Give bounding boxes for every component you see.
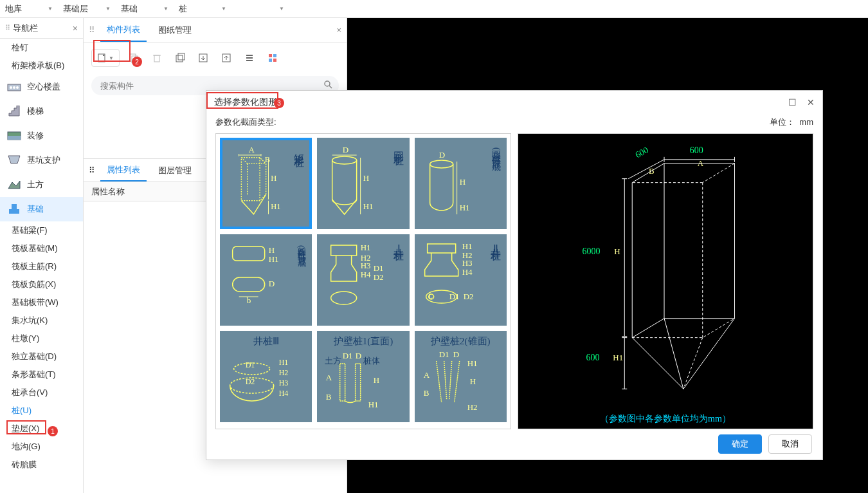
grid-button[interactable] xyxy=(264,49,282,67)
breadcrumb-item-2[interactable]: 基础▼ xyxy=(116,3,174,15)
shape-grid: 矩形桩 A B H H1 圆形桩 D xyxy=(215,133,511,429)
tab-layer-mgmt[interactable]: 图层管理 xyxy=(152,159,198,181)
grip-icon[interactable]: ⠿ xyxy=(5,24,10,32)
close-icon[interactable]: × xyxy=(336,25,341,35)
shape-tile-wall-pile-2[interactable]: 护壁桩2(锥面) D1D A B H1 H H2 xyxy=(415,331,507,422)
grip-icon[interactable]: ⠿ xyxy=(89,165,95,175)
nav-child-pile[interactable]: 桩(U) xyxy=(0,402,83,420)
dialog-footer: 确定 取消 xyxy=(206,429,822,460)
svg-text:H3: H3 xyxy=(279,378,289,387)
svg-text:H: H xyxy=(614,247,620,256)
nav-child-5[interactable]: 集水坑(K) xyxy=(0,312,83,330)
decoration-icon xyxy=(6,129,22,142)
delete-button[interactable] xyxy=(148,49,166,67)
shape-tile-round-pile[interactable]: 圆形桩 D H H1 xyxy=(317,138,409,229)
svg-text:土方: 土方 xyxy=(325,356,341,366)
svg-rect-57 xyxy=(331,245,357,256)
nav-child-13[interactable]: 砖胎膜 xyxy=(0,456,83,474)
svg-rect-65 xyxy=(427,244,455,253)
nav-decoration[interactable]: 装修 xyxy=(0,124,83,148)
svg-rect-50 xyxy=(233,247,265,261)
svg-rect-14 xyxy=(178,53,185,60)
nav-child-8[interactable]: 条形基础(T) xyxy=(0,366,83,384)
nav-foundation[interactable]: 基础 xyxy=(0,197,83,221)
svg-text:D1: D1 xyxy=(439,349,449,359)
svg-rect-11 xyxy=(154,55,159,62)
nav-child-4[interactable]: 基础板带(W) xyxy=(0,293,83,312)
nav-child-3[interactable]: 筏板负筋(X) xyxy=(0,275,83,293)
svg-text:H1: H1 xyxy=(459,203,469,212)
svg-text:H1: H1 xyxy=(613,353,623,362)
svg-rect-88 xyxy=(356,364,361,401)
nav-child-2[interactable]: 筏板主筋(R) xyxy=(0,257,83,275)
badge-3: 3 xyxy=(274,98,284,108)
shape-tile-well-pile-2[interactable]: 井桩Ⅱ L H1 H2 H3 H4 D1D2 xyxy=(415,234,507,326)
layer-copy-button[interactable] xyxy=(171,49,189,67)
shape-tile-well-pile-3[interactable]: 井桩Ⅲ D1 D2 H1 H2 H3 H4 xyxy=(220,331,312,422)
svg-text:D: D xyxy=(453,349,458,359)
svg-point-1 xyxy=(10,86,12,89)
svg-rect-20 xyxy=(269,54,272,57)
nav-stairs[interactable]: 楼梯 xyxy=(0,99,83,124)
grip-icon[interactable]: ⠿ xyxy=(89,25,95,35)
nav-child-1[interactable]: 筏板基础(M) xyxy=(0,239,83,257)
breadcrumb-item-3[interactable]: 桩▼ xyxy=(174,3,231,15)
svg-text:A: A xyxy=(249,145,255,154)
highlight-box-2 xyxy=(93,40,131,62)
svg-text:600: 600 xyxy=(634,145,651,160)
chevron-down-icon: ▼ xyxy=(105,6,111,12)
svg-text:D1: D1 xyxy=(246,360,255,369)
export-button[interactable] xyxy=(217,49,235,67)
shape-tile-well-pile-1[interactable]: 井桩Ⅰ H1 H2 H3 H4 D1 D2 xyxy=(317,234,409,326)
svg-text:B: B xyxy=(423,388,429,398)
tab-component-list[interactable]: 构件列表 xyxy=(100,18,147,42)
search-icon[interactable] xyxy=(323,80,332,91)
svg-text:H1: H1 xyxy=(368,400,379,409)
mid-tabs: ⠿ 构件列表 图纸管理 × xyxy=(84,18,347,42)
nav-pit-support[interactable]: 基坑支护 xyxy=(0,148,83,172)
nav-top-0[interactable]: 栓钉 xyxy=(0,39,83,57)
svg-text:H3: H3 xyxy=(462,258,472,268)
cancel-button[interactable]: 取消 xyxy=(768,434,812,454)
close-icon[interactable]: ✕ xyxy=(807,97,815,107)
shape-tile-rect-pile[interactable]: 矩形桩 A B H H1 xyxy=(220,138,312,229)
nav-child-12[interactable]: 地沟(G) xyxy=(0,438,83,456)
nav-top-1[interactable]: 桁架楼承板(B) xyxy=(0,57,83,75)
svg-rect-5 xyxy=(8,136,21,140)
svg-text:D: D xyxy=(356,351,361,360)
nav-header: ⠿ 导航栏 × xyxy=(0,18,83,39)
svg-text:A: A xyxy=(326,373,332,382)
svg-rect-13 xyxy=(176,55,183,62)
shape-tile-long-cylinder[interactable]: 长圆柱桩(球冠底) H H1 D b xyxy=(220,234,312,326)
svg-text:H4: H4 xyxy=(279,389,289,398)
breadcrumb-item-0[interactable]: 地库▼ xyxy=(0,3,58,15)
nav-child-7[interactable]: 独立基础(D) xyxy=(0,348,83,366)
badge-2: 2 xyxy=(132,57,142,67)
highlight-box-3 xyxy=(206,92,278,109)
dialog-controls: ☐ ✕ xyxy=(788,97,815,107)
svg-text:D: D xyxy=(439,150,444,160)
tab-attr-list[interactable]: 属性列表 xyxy=(100,159,147,181)
nav-child-0[interactable]: 基础梁(F) xyxy=(0,221,83,239)
close-icon[interactable]: × xyxy=(73,23,78,33)
maximize-icon[interactable]: ☐ xyxy=(788,97,797,107)
chevron-down-icon: ▼ xyxy=(221,6,226,12)
highlight-box-1 xyxy=(6,420,46,434)
svg-text:H: H xyxy=(374,375,379,385)
nav-child-9[interactable]: 桩承台(V) xyxy=(0,384,83,402)
nav-child-6[interactable]: 柱墩(Y) xyxy=(0,330,83,348)
ok-button[interactable]: 确定 xyxy=(718,434,762,454)
svg-rect-23 xyxy=(273,59,276,62)
shape-tile-round-pile-sphere[interactable]: 圆形桩(球冠底) D H H1 xyxy=(415,138,507,229)
nav-hollow-slab[interactable]: 空心楼盖 xyxy=(0,75,83,99)
svg-text:D2: D2 xyxy=(374,272,384,282)
shape-tile-wall-pile-1[interactable]: 护壁桩1(直面) 土方 桩体 D1D A B H H1 xyxy=(317,331,409,422)
import-button[interactable] xyxy=(194,49,212,67)
list-button[interactable] xyxy=(240,49,258,67)
earthwork-icon xyxy=(6,178,22,191)
nav-earthwork[interactable]: 土方 xyxy=(0,172,83,197)
svg-point-43 xyxy=(429,160,453,168)
breadcrumb-item-4[interactable]: ▼ xyxy=(231,6,289,12)
tab-drawing-mgmt[interactable]: 图纸管理 xyxy=(152,18,198,42)
breadcrumb-item-1[interactable]: 基础层▼ xyxy=(58,3,116,15)
